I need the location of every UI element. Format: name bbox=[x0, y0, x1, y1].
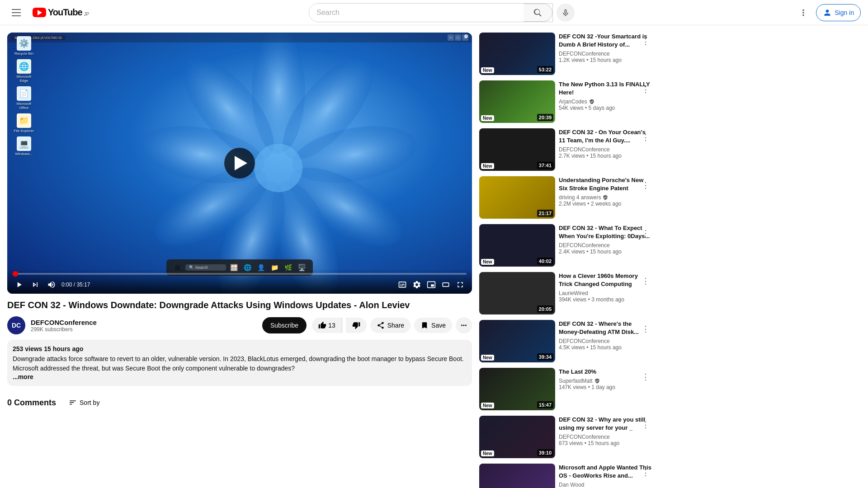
duration-badge: 39:10 bbox=[537, 449, 553, 456]
video-player[interactable]: Windows 11 23h2 (A VOLTMO 02 ─ □ ✕ ⚙️ Re… bbox=[7, 33, 472, 294]
sidebar-more-button[interactable]: ⋮ bbox=[638, 322, 653, 336]
icon-label: Recycle Bin bbox=[14, 52, 33, 56]
desktop-icon-4: 📁 File Explorer bbox=[13, 113, 35, 133]
sidebar-more-button[interactable]: ⋮ bbox=[638, 370, 653, 384]
more-horiz-icon bbox=[460, 321, 468, 329]
duration-badge: 37:41 bbox=[537, 162, 553, 169]
sidebar-video-item[interactable]: 40:02 New DEF CON 32 - What To Expect Wh… bbox=[479, 224, 653, 267]
fullscreen-button[interactable] bbox=[454, 278, 467, 291]
video-info: DEF CON 32 - Windows Downdate: Downgrade… bbox=[7, 294, 472, 423]
search-button[interactable] bbox=[524, 4, 552, 22]
more-options-button[interactable] bbox=[456, 317, 472, 333]
like-button[interactable]: 13 bbox=[312, 318, 342, 333]
channel-subscribers: 299K subscribers bbox=[31, 326, 257, 333]
sidebar-video-item[interactable]: 20:39 New The New Python 3.13 Is FINALLY… bbox=[479, 80, 653, 123]
sidebar-more-options: ⋮ bbox=[638, 130, 653, 145]
sidebar-more-button[interactable]: ⋮ bbox=[638, 418, 653, 432]
sidebar-video-meta: 4.5K views • 15 hours ago bbox=[559, 344, 653, 351]
search-box bbox=[309, 3, 553, 22]
sidebar-channel-name: DEFCONConference bbox=[559, 242, 653, 249]
account-icon bbox=[823, 8, 832, 17]
settings-button[interactable] bbox=[410, 278, 423, 291]
posted-ago: 15 hours ago bbox=[44, 345, 83, 352]
sidebar-video-item[interactable]: Microsoft and Apple Wanted This OS - Geo… bbox=[479, 464, 653, 488]
sidebar-more-options: ⋮ bbox=[638, 178, 653, 192]
sidebar-more-button[interactable]: ⋮ bbox=[638, 274, 653, 288]
thumbs-down-icon bbox=[352, 321, 360, 329]
right-controls bbox=[396, 278, 467, 291]
next-button[interactable] bbox=[29, 278, 42, 291]
menu-button[interactable] bbox=[7, 4, 25, 22]
icon-label: Microsoft Office bbox=[13, 102, 35, 110]
settings-button[interactable] bbox=[794, 4, 812, 22]
sidebar-more-options: ⋮ bbox=[638, 274, 653, 288]
sidebar-video-item[interactable]: 39:34 New DEF CON 32 - Where's the Money… bbox=[479, 320, 653, 362]
sort-button[interactable]: Sort by bbox=[65, 395, 103, 410]
more-vert-icon bbox=[798, 8, 808, 18]
channel-name[interactable]: DEFCONConference bbox=[31, 319, 257, 326]
comments-section: 0 Comments Sort by bbox=[7, 395, 472, 410]
share-icon bbox=[377, 321, 385, 329]
verified-icon bbox=[603, 195, 608, 200]
new-badge: New bbox=[481, 450, 494, 456]
video-stats: 253 views 15 hours ago bbox=[13, 345, 467, 352]
video-section: Windows 11 23h2 (A VOLTMO 02 ─ □ ✕ ⚙️ Re… bbox=[0, 25, 479, 488]
dislike-button[interactable] bbox=[346, 318, 367, 333]
sidebar-video-item[interactable]: 37:41 New DEF CON 32 - On Your Ocean's 1… bbox=[479, 128, 653, 171]
volume-button[interactable] bbox=[45, 278, 58, 291]
duration-badge: 53:22 bbox=[537, 66, 553, 73]
voice-search-button[interactable] bbox=[557, 4, 575, 22]
sidebar-thumbnail: 21:17 bbox=[479, 176, 555, 219]
theater-icon bbox=[441, 280, 450, 289]
sidebar-video-item[interactable]: 15:47 New The Last 20% SuperfastMatt 147… bbox=[479, 368, 653, 410]
save-button[interactable]: Save bbox=[414, 318, 452, 333]
share-button[interactable]: Share bbox=[370, 318, 410, 333]
sidebar-video-meta: 54K views • 5 days ago bbox=[559, 105, 653, 111]
thumbs-up-icon bbox=[318, 321, 326, 329]
youtube-logo[interactable]: YouTube JP bbox=[33, 7, 89, 18]
subtitles-button[interactable] bbox=[396, 278, 409, 291]
sidebar-video-meta: 2.4K views • 15 hours ago bbox=[559, 249, 653, 255]
sidebar-video-item[interactable]: 21:17 Understanding Porsche's New Six St… bbox=[479, 176, 653, 219]
subscribe-button[interactable]: Subscribe bbox=[262, 317, 307, 333]
sidebar-more-button[interactable]: ⋮ bbox=[638, 130, 653, 145]
sidebar-video-item[interactable]: 20:05 How a Clever 1960s Memory Trick Ch… bbox=[479, 272, 653, 314]
progress-bar[interactable] bbox=[13, 273, 467, 275]
sort-label: Sort by bbox=[80, 399, 99, 406]
minimize-btn: ─ bbox=[448, 34, 454, 41]
maximize-btn: □ bbox=[455, 34, 461, 41]
search-input[interactable] bbox=[309, 4, 524, 22]
sidebar-video-meta: 873 views • 15 hours ago bbox=[559, 440, 653, 446]
icon-label: File Explorer bbox=[14, 129, 34, 133]
sidebar-channel-name: driving 4 answers bbox=[559, 194, 653, 201]
sidebar-more-options: ⋮ bbox=[638, 34, 653, 49]
sidebar-more-button[interactable]: ⋮ bbox=[638, 178, 653, 192]
sidebar-thumbnail: 39:10 New bbox=[479, 416, 555, 458]
play-button[interactable] bbox=[224, 148, 255, 178]
current-time: 0:00 bbox=[61, 282, 72, 288]
fullscreen-icon bbox=[456, 280, 465, 289]
miniplayer-button[interactable] bbox=[425, 278, 438, 291]
theater-mode-button[interactable] bbox=[439, 278, 452, 291]
sidebar-channel-name: DEFCONConference bbox=[559, 146, 653, 153]
header: YouTube JP Sign in bbox=[0, 0, 868, 25]
sign-in-button[interactable]: Sign in bbox=[816, 4, 861, 21]
sidebar-video-item[interactable]: 39:10 New DEF CON 32 - Why are you still… bbox=[479, 416, 653, 458]
desktop-icon-5: 💻 Windows... bbox=[13, 136, 35, 156]
sidebar-video-item[interactable]: 53:22 New DEF CON 32 -Your Smartcard is … bbox=[479, 33, 653, 75]
sidebar-thumbnail: 40:02 New bbox=[479, 224, 555, 267]
sort-icon bbox=[69, 399, 77, 407]
sidebar-more-button[interactable]: ⋮ bbox=[638, 226, 653, 240]
sidebar-more-button[interactable]: ⋮ bbox=[638, 82, 653, 97]
play-pause-button[interactable] bbox=[13, 278, 25, 291]
description-more-button[interactable]: ...more bbox=[13, 373, 33, 380]
verified-icon bbox=[589, 99, 594, 104]
sidebar-channel-name: Dan Wood bbox=[559, 482, 653, 488]
sidebar-channel-name: ArjanCodes bbox=[559, 99, 653, 105]
sidebar-more-button[interactable]: ⋮ bbox=[638, 34, 653, 49]
skip-next-icon bbox=[31, 280, 40, 289]
new-badge: New bbox=[481, 403, 494, 408]
main-container: Windows 11 23h2 (A VOLTMO 02 ─ □ ✕ ⚙️ Re… bbox=[0, 25, 868, 488]
sidebar-more-button[interactable]: ⋮ bbox=[638, 465, 653, 480]
play-triangle-icon bbox=[235, 156, 247, 170]
